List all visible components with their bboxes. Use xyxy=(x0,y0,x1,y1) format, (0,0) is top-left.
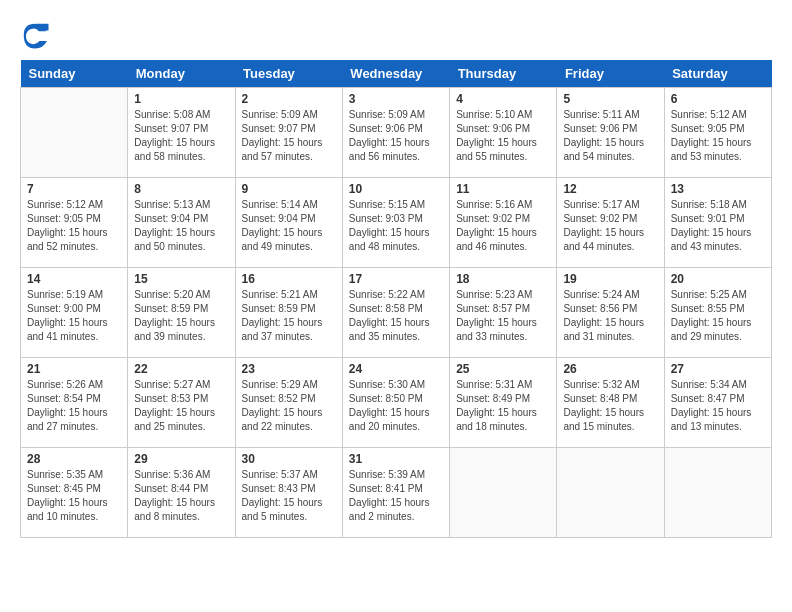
day-number: 2 xyxy=(242,92,336,106)
sunrise-text: Sunrise: 5:34 AM xyxy=(671,378,765,392)
sunset-text: Sunset: 8:52 PM xyxy=(242,392,336,406)
daylight-text-line1: Daylight: 15 hours xyxy=(242,136,336,150)
day-number: 22 xyxy=(134,362,228,376)
logo xyxy=(20,20,54,50)
day-number: 29 xyxy=(134,452,228,466)
sunrise-text: Sunrise: 5:18 AM xyxy=(671,198,765,212)
day-cell: 12Sunrise: 5:17 AMSunset: 9:02 PMDayligh… xyxy=(557,178,664,268)
daylight-text-line1: Daylight: 15 hours xyxy=(563,136,657,150)
day-info: Sunrise: 5:12 AMSunset: 9:05 PMDaylight:… xyxy=(27,198,121,254)
day-cell: 9Sunrise: 5:14 AMSunset: 9:04 PMDaylight… xyxy=(235,178,342,268)
day-info: Sunrise: 5:18 AMSunset: 9:01 PMDaylight:… xyxy=(671,198,765,254)
week-row-4: 21Sunrise: 5:26 AMSunset: 8:54 PMDayligh… xyxy=(21,358,772,448)
day-cell: 21Sunrise: 5:26 AMSunset: 8:54 PMDayligh… xyxy=(21,358,128,448)
sunset-text: Sunset: 8:41 PM xyxy=(349,482,443,496)
sunrise-text: Sunrise: 5:19 AM xyxy=(27,288,121,302)
sunset-text: Sunset: 9:06 PM xyxy=(349,122,443,136)
day-number: 17 xyxy=(349,272,443,286)
sunrise-text: Sunrise: 5:31 AM xyxy=(456,378,550,392)
day-number: 12 xyxy=(563,182,657,196)
day-cell: 10Sunrise: 5:15 AMSunset: 9:03 PMDayligh… xyxy=(342,178,449,268)
day-info: Sunrise: 5:09 AMSunset: 9:06 PMDaylight:… xyxy=(349,108,443,164)
day-cell xyxy=(21,88,128,178)
day-cell xyxy=(664,448,771,538)
day-number: 9 xyxy=(242,182,336,196)
day-info: Sunrise: 5:22 AMSunset: 8:58 PMDaylight:… xyxy=(349,288,443,344)
day-cell: 20Sunrise: 5:25 AMSunset: 8:55 PMDayligh… xyxy=(664,268,771,358)
daylight-text-line1: Daylight: 15 hours xyxy=(563,226,657,240)
day-number: 8 xyxy=(134,182,228,196)
day-cell: 18Sunrise: 5:23 AMSunset: 8:57 PMDayligh… xyxy=(450,268,557,358)
daylight-text-line1: Daylight: 15 hours xyxy=(349,496,443,510)
sunrise-text: Sunrise: 5:26 AM xyxy=(27,378,121,392)
day-number: 6 xyxy=(671,92,765,106)
sunset-text: Sunset: 8:43 PM xyxy=(242,482,336,496)
daylight-text-line2: and 39 minutes. xyxy=(134,330,228,344)
daylight-text-line2: and 46 minutes. xyxy=(456,240,550,254)
sunrise-text: Sunrise: 5:10 AM xyxy=(456,108,550,122)
daylight-text-line1: Daylight: 15 hours xyxy=(134,316,228,330)
sunrise-text: Sunrise: 5:20 AM xyxy=(134,288,228,302)
day-number: 20 xyxy=(671,272,765,286)
sunset-text: Sunset: 8:59 PM xyxy=(242,302,336,316)
day-number: 18 xyxy=(456,272,550,286)
sunrise-text: Sunrise: 5:13 AM xyxy=(134,198,228,212)
sunrise-text: Sunrise: 5:35 AM xyxy=(27,468,121,482)
daylight-text-line1: Daylight: 15 hours xyxy=(349,316,443,330)
sunrise-text: Sunrise: 5:37 AM xyxy=(242,468,336,482)
sunset-text: Sunset: 9:02 PM xyxy=(456,212,550,226)
sunrise-text: Sunrise: 5:14 AM xyxy=(242,198,336,212)
day-number: 14 xyxy=(27,272,121,286)
sunrise-text: Sunrise: 5:29 AM xyxy=(242,378,336,392)
sunrise-text: Sunrise: 5:12 AM xyxy=(671,108,765,122)
daylight-text-line1: Daylight: 15 hours xyxy=(456,136,550,150)
daylight-text-line2: and 56 minutes. xyxy=(349,150,443,164)
sunset-text: Sunset: 8:50 PM xyxy=(349,392,443,406)
day-info: Sunrise: 5:19 AMSunset: 9:00 PMDaylight:… xyxy=(27,288,121,344)
day-info: Sunrise: 5:37 AMSunset: 8:43 PMDaylight:… xyxy=(242,468,336,524)
day-cell xyxy=(557,448,664,538)
header-cell-sunday: Sunday xyxy=(21,60,128,88)
sunrise-text: Sunrise: 5:15 AM xyxy=(349,198,443,212)
day-number: 5 xyxy=(563,92,657,106)
sunset-text: Sunset: 8:44 PM xyxy=(134,482,228,496)
sunrise-text: Sunrise: 5:09 AM xyxy=(349,108,443,122)
week-row-3: 14Sunrise: 5:19 AMSunset: 9:00 PMDayligh… xyxy=(21,268,772,358)
daylight-text-line1: Daylight: 15 hours xyxy=(27,496,121,510)
daylight-text-line1: Daylight: 15 hours xyxy=(671,316,765,330)
sunset-text: Sunset: 8:55 PM xyxy=(671,302,765,316)
daylight-text-line1: Daylight: 15 hours xyxy=(242,496,336,510)
daylight-text-line2: and 20 minutes. xyxy=(349,420,443,434)
daylight-text-line2: and 52 minutes. xyxy=(27,240,121,254)
daylight-text-line2: and 29 minutes. xyxy=(671,330,765,344)
header-cell-tuesday: Tuesday xyxy=(235,60,342,88)
day-info: Sunrise: 5:36 AMSunset: 8:44 PMDaylight:… xyxy=(134,468,228,524)
sunset-text: Sunset: 9:01 PM xyxy=(671,212,765,226)
header-cell-monday: Monday xyxy=(128,60,235,88)
daylight-text-line1: Daylight: 15 hours xyxy=(134,496,228,510)
daylight-text-line2: and 33 minutes. xyxy=(456,330,550,344)
sunset-text: Sunset: 8:59 PM xyxy=(134,302,228,316)
day-number: 23 xyxy=(242,362,336,376)
day-cell: 31Sunrise: 5:39 AMSunset: 8:41 PMDayligh… xyxy=(342,448,449,538)
day-cell: 6Sunrise: 5:12 AMSunset: 9:05 PMDaylight… xyxy=(664,88,771,178)
daylight-text-line2: and 44 minutes. xyxy=(563,240,657,254)
day-cell: 5Sunrise: 5:11 AMSunset: 9:06 PMDaylight… xyxy=(557,88,664,178)
sunset-text: Sunset: 8:47 PM xyxy=(671,392,765,406)
day-number: 16 xyxy=(242,272,336,286)
day-info: Sunrise: 5:26 AMSunset: 8:54 PMDaylight:… xyxy=(27,378,121,434)
week-row-5: 28Sunrise: 5:35 AMSunset: 8:45 PMDayligh… xyxy=(21,448,772,538)
day-number: 21 xyxy=(27,362,121,376)
sunset-text: Sunset: 9:04 PM xyxy=(134,212,228,226)
day-info: Sunrise: 5:12 AMSunset: 9:05 PMDaylight:… xyxy=(671,108,765,164)
day-info: Sunrise: 5:14 AMSunset: 9:04 PMDaylight:… xyxy=(242,198,336,254)
day-cell: 8Sunrise: 5:13 AMSunset: 9:04 PMDaylight… xyxy=(128,178,235,268)
day-cell: 14Sunrise: 5:19 AMSunset: 9:00 PMDayligh… xyxy=(21,268,128,358)
daylight-text-line2: and 13 minutes. xyxy=(671,420,765,434)
day-cell: 13Sunrise: 5:18 AMSunset: 9:01 PMDayligh… xyxy=(664,178,771,268)
sunset-text: Sunset: 9:06 PM xyxy=(563,122,657,136)
day-cell: 29Sunrise: 5:36 AMSunset: 8:44 PMDayligh… xyxy=(128,448,235,538)
sunrise-text: Sunrise: 5:12 AM xyxy=(27,198,121,212)
daylight-text-line2: and 18 minutes. xyxy=(456,420,550,434)
day-info: Sunrise: 5:25 AMSunset: 8:55 PMDaylight:… xyxy=(671,288,765,344)
